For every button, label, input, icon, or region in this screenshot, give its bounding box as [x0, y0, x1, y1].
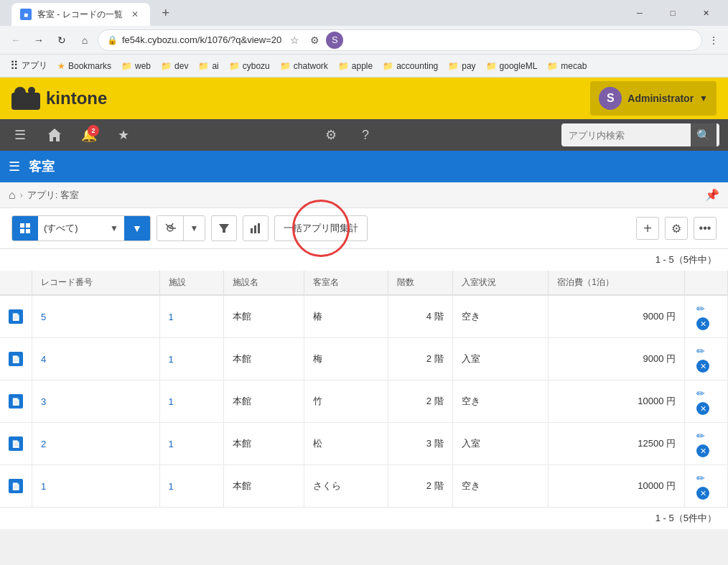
minimize-button[interactable]: ─ — [623, 0, 656, 26]
hamburger-menu-button[interactable]: ☰ — [9, 123, 32, 146]
cell-facility-name: 本館 — [224, 423, 304, 465]
help-button[interactable]: ? — [354, 123, 377, 146]
address-box[interactable]: 🔒 fe54k.cybozu.com/k/1076/?q&view=20 ☆ ⚙… — [98, 29, 702, 51]
search-input[interactable] — [561, 126, 691, 145]
facility-link[interactable]: 1 — [169, 439, 174, 449]
user-profile-icon[interactable]: S — [326, 32, 343, 49]
search-submit-button[interactable]: 🔍 — [691, 123, 717, 146]
cell-room-name: 松 — [304, 423, 388, 465]
view-chevron-icon: ▼ — [110, 223, 118, 233]
close-button[interactable]: ✕ — [689, 0, 722, 26]
cell-facility-name: 本館 — [224, 380, 304, 423]
bookmark-item-ai[interactable]: 📁 ai — [194, 57, 223, 75]
browser-tab[interactable]: ■ 客室 - レコードの一覧 ✕ — [11, 3, 150, 26]
bookmark-item-bookmarks[interactable]: ★ Bookmarks — [53, 57, 116, 75]
breadcrumb-home-icon[interactable]: ⌂ — [9, 189, 16, 202]
new-tab-button[interactable]: + — [156, 3, 176, 23]
view-dropdown-button[interactable]: ▼ — [124, 215, 150, 241]
cell-floor: 2 階 — [388, 465, 452, 508]
cell-room-name: 椿 — [304, 295, 388, 338]
view-settings-button[interactable]: ⚙ — [665, 217, 688, 240]
chart-button[interactable] — [243, 215, 269, 241]
bookmark-item-googleML[interactable]: 📁 googleML — [482, 57, 542, 75]
bookmark-item-web[interactable]: 📁 web — [117, 57, 155, 75]
facility-link[interactable]: 1 — [169, 312, 174, 322]
favorites-button[interactable]: ★ — [112, 123, 135, 146]
delete-button[interactable]: ✕ — [694, 316, 712, 332]
graph-chevron-button[interactable]: ▼ — [183, 215, 205, 241]
record-link[interactable]: 1 — [41, 481, 46, 492]
delete-icon: ✕ — [696, 402, 709, 415]
bookmark-item-cybozu[interactable]: 📁 cybozu — [225, 57, 274, 75]
delete-button[interactable]: ✕ — [694, 401, 712, 416]
edit-button[interactable]: ✏ — [694, 344, 708, 358]
graph-icon-button[interactable] — [157, 215, 183, 241]
user-avatar: S — [599, 87, 622, 110]
view-select[interactable]: (すべて) ▼ ▼ — [11, 215, 151, 241]
record-link[interactable]: 5 — [41, 312, 46, 322]
kintone-logo[interactable]: kintone — [11, 87, 107, 110]
kintone-logo-svg — [11, 87, 40, 110]
reload-button[interactable]: ↻ — [52, 30, 72, 50]
extensions-icon[interactable]: ⚙ — [306, 32, 323, 49]
bookmark-item-pay[interactable]: 📁 pay — [444, 57, 480, 75]
star-icon[interactable]: ☆ — [286, 32, 303, 49]
maximize-button[interactable]: □ — [656, 0, 689, 26]
settings-toolbar-button[interactable]: ⚙ — [319, 123, 342, 146]
record-icon: 📄 — [9, 352, 23, 366]
cell-status: 空き — [452, 295, 549, 338]
edit-button[interactable]: ✏ — [694, 302, 708, 316]
cell-floor: 2 階 — [388, 380, 452, 423]
filter-button[interactable] — [211, 215, 237, 241]
grid-view-button[interactable] — [12, 215, 38, 241]
graph-button[interactable]: ▼ — [157, 215, 205, 241]
cell-facility-name: 本館 — [224, 338, 304, 380]
edit-button[interactable]: ✏ — [694, 386, 708, 401]
user-area[interactable]: S Administrator ▼ — [590, 81, 717, 116]
home-toolbar-button[interactable] — [43, 123, 66, 146]
facility-link[interactable]: 1 — [169, 354, 174, 365]
delete-button[interactable]: ✕ — [694, 485, 712, 501]
svg-point-1 — [14, 87, 26, 98]
apps-bookmark[interactable]: ⠿ アプリ — [6, 57, 52, 75]
menu-button[interactable]: ⋮ — [705, 32, 722, 49]
address-text: fe54k.cybozu.com/k/1076/?q&view=20 — [122, 34, 281, 45]
edit-button[interactable]: ✏ — [694, 471, 708, 485]
facility-link[interactable]: 1 — [169, 481, 174, 492]
breadcrumb-text: アプリ: 客室 — [27, 189, 79, 202]
view-dropdown[interactable]: (すべて) ▼ — [38, 222, 124, 235]
edit-button[interactable]: ✏ — [694, 429, 708, 443]
bookmark-item-dev[interactable]: 📁 dev — [157, 57, 192, 75]
bookmark-item-accounting[interactable]: 📁 accounting — [378, 57, 442, 75]
browser-addressbar: ← → ↻ ⌂ 🔒 fe54k.cybozu.com/k/1076/?q&vie… — [0, 26, 728, 55]
add-record-button[interactable]: + — [636, 217, 659, 240]
bar-chart-icon — [250, 223, 261, 234]
tab-close-button[interactable]: ✕ — [129, 8, 141, 21]
svg-rect-6 — [20, 229, 24, 233]
bookmark-label-dev: dev — [174, 61, 188, 71]
apps-label: アプリ — [22, 60, 47, 72]
folder-icon-cybozu: 📁 — [229, 61, 240, 71]
delete-button[interactable]: ✕ — [694, 358, 712, 374]
home-button[interactable]: ⌂ — [75, 30, 95, 50]
bookmark-item-apple[interactable]: 📁 apple — [334, 57, 377, 75]
pagination-bottom: 1 - 5（5件中） — [0, 508, 728, 529]
back-button[interactable]: ← — [6, 30, 26, 50]
record-link[interactable]: 4 — [41, 354, 46, 365]
pin-icon[interactable]: 📌 — [705, 188, 719, 202]
record-link[interactable]: 3 — [41, 396, 46, 407]
bookmark-item-mecab[interactable]: 📁 mecab — [543, 57, 591, 75]
delete-button[interactable]: ✕ — [694, 443, 712, 459]
record-link[interactable]: 2 — [41, 439, 46, 449]
user-chevron-icon: ▼ — [699, 93, 708, 103]
table-row: 📄 1 1 本館 さくら 2 階 空き 10000 円 ✏ ✕ — [0, 465, 728, 508]
more-options-button[interactable]: ••• — [694, 217, 717, 240]
bookmark-label-accounting: accounting — [396, 61, 438, 71]
aggregate-btn-wrapper: 一括アプリ間集計 — [274, 215, 368, 241]
facility-link[interactable]: 1 — [169, 396, 174, 407]
bookmark-item-chatwork[interactable]: 📁 chatwork — [276, 57, 332, 75]
aggregate-button[interactable]: 一括アプリ間集計 — [274, 215, 368, 241]
cell-icon: 📄 — [0, 423, 32, 465]
forward-button[interactable]: → — [29, 30, 49, 50]
delete-icon: ✕ — [696, 444, 709, 457]
